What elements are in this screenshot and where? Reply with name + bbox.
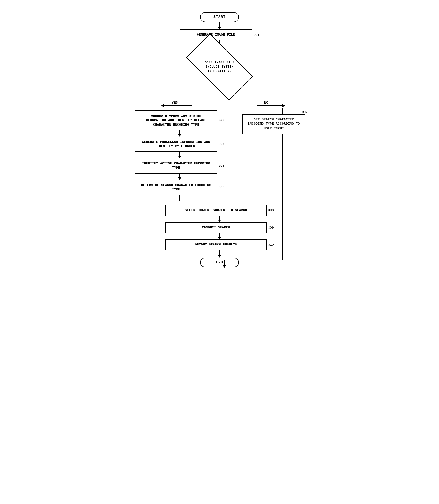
node-309: CONDUCT SEARCH [165,222,267,233]
ref-304: 304 [219,142,224,146]
node-301: GENERATE IMAGE FILE [180,29,252,40]
node-309-row: CONDUCT SEARCH 309 [165,222,274,233]
node-302-text: DOES IMAGE FILE INCLUDE SYSTEM INFORMATI… [198,60,241,74]
ref-301: 301 [254,33,259,37]
node-304: GENERATE PROCESSOR INFORMATION AND IDENT… [135,137,217,152]
node-303: GENERATE OPERATING SYSTEM INFORMATION AN… [135,110,217,130]
bottom-merge: SELECT OBJECT SUBJECT TO SEARCH 308 COND… [116,201,323,268]
end-node: END [200,258,239,267]
branch-area: YES NO GENERATE OPERATING SYSTEM INFORMA… [116,86,323,201]
node-310: OUTPUT SEARCH RESULTS [165,239,267,250]
node-305: IDENTIFY ACTIVE CHARACTER ENCODING TYPE [135,158,217,174]
node-304-row: GENERATE PROCESSOR INFORMATION AND IDENT… [135,137,224,152]
start-section: START GENERATE IMAGE FILE 301 302 DOES I… [180,12,259,86]
ref-308: 308 [268,209,274,212]
ref-310: 310 [268,243,274,247]
node-305-row: IDENTIFY ACTIVE CHARACTER ENCODING TYPE … [135,158,224,174]
node-308: SELECT OBJECT SUBJECT TO SEARCH [165,205,267,216]
node-307-row: SET SEARCH CHARACTER ENCODING TYPE ACCOR… [243,114,305,134]
ref-307: 307 [302,110,308,114]
node-306: DETERMINE SEARCH CHARACTER ENCODING TYPE [135,180,217,195]
left-branch: GENERATE OPERATING SYSTEM INFORMATION AN… [129,89,230,201]
node-301-row: GENERATE IMAGE FILE 301 [180,29,259,40]
node-306-row: DETERMINE SEARCH CHARACTER ENCODING TYPE… [135,180,224,195]
node-307: SET SEARCH CHARACTER ENCODING TYPE ACCOR… [243,114,305,134]
right-branch: 307 SET SEARCH CHARACTER ENCODING TYPE A… [238,89,310,134]
ref-303: 303 [219,119,224,122]
start-node: START [200,12,239,22]
node-308-row: SELECT OBJECT SUBJECT TO SEARCH 308 [165,205,274,216]
ref-305: 305 [219,164,224,168]
ref-306: 306 [219,186,224,189]
node-302: DOES IMAGE FILE INCLUDE SYSTEM INFORMATI… [186,48,253,86]
ref-309: 309 [268,226,274,229]
node-303-row: GENERATE OPERATING SYSTEM INFORMATION AN… [135,110,224,130]
node-310-row: OUTPUT SEARCH RESULTS 310 [165,239,274,250]
flowchart-diagram: START GENERATE IMAGE FILE 301 302 DOES I… [111,5,328,275]
